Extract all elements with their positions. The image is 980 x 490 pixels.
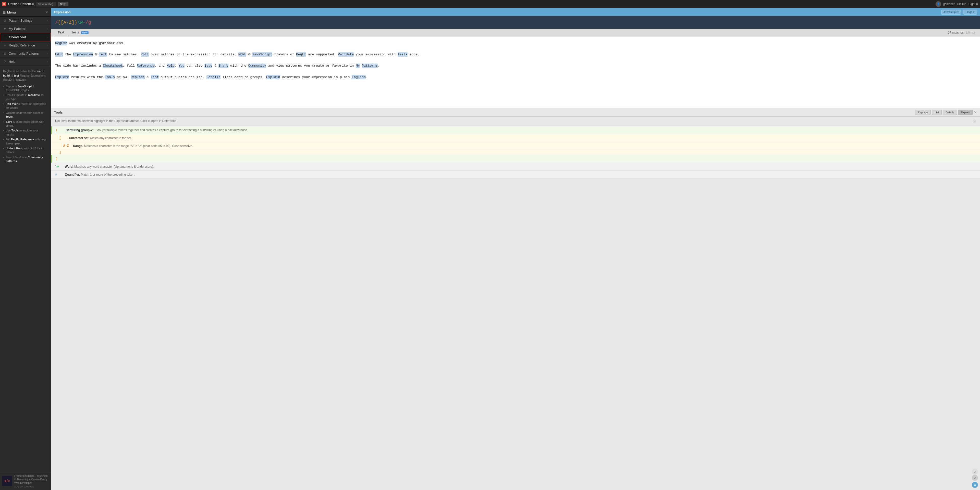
- explain-item-bracket-close: ]: [51, 150, 980, 155]
- token-word: \w: [55, 165, 63, 169]
- cheatsheet-icon: ☰: [3, 35, 7, 39]
- help-circle-icon[interactable]: ⓘ: [973, 119, 976, 124]
- tab-tests[interactable]: Tests NEW: [68, 29, 92, 36]
- tools-header: Tools Replace List Details Explain ✕: [51, 108, 980, 117]
- username[interactable]: gskinner: [943, 2, 955, 6]
- sidebar-item-cheatsheet[interactable]: ☰ Cheatsheet ›: [0, 33, 51, 41]
- expression-section: Expression JavaScript ▾ Flags ▾ /([A-Z])…: [51, 8, 980, 29]
- ad-label: ADS VIA CARBON: [14, 485, 49, 488]
- explain-item-group-open[interactable]: ( Capturing group #1. Groups multiple to…: [51, 126, 980, 134]
- tools-label: Tools: [54, 110, 63, 115]
- explain-item-word[interactable]: \w Word. Matches any word character (alp…: [51, 163, 980, 171]
- sidebar-item-regex-reference[interactable]: ≡ RegEx Reference ›: [0, 41, 51, 49]
- tools-section: Tools Replace List Details Explain ✕ Rol…: [51, 108, 980, 490]
- token-range: A–Z: [63, 144, 71, 148]
- hamburger-icon: ☰: [3, 11, 6, 14]
- user-avatar: 👤: [935, 1, 941, 7]
- sidebar-item-community-patterns[interactable]: ⊞ Community Patterns ›: [0, 49, 51, 58]
- github-link[interactable]: GitHub: [957, 2, 966, 6]
- new-button[interactable]: New: [58, 2, 68, 6]
- chevron-right-icon: ›: [47, 44, 48, 47]
- token-plus: +: [55, 173, 63, 177]
- token-bracket-open: [: [59, 136, 67, 140]
- details-button[interactable]: Details: [943, 110, 957, 115]
- expand-results-icon[interactable]: ⤢: [972, 475, 978, 481]
- explain-item-group-close: ): [51, 155, 980, 163]
- close-icon[interactable]: ✕: [45, 10, 48, 14]
- app-title: Untitled Pattern #: [8, 2, 34, 6]
- flavor-button[interactable]: JavaScript ▾: [941, 10, 961, 14]
- heart-icon: ♥: [3, 27, 6, 30]
- token-paren-close: ): [56, 157, 64, 161]
- topbar: R Untitled Pattern # Save (ctrl-s) New 👤…: [0, 0, 980, 8]
- sidebar: ☰ Menu ✕ ⚙ Pattern Settings › ♥ My Patte…: [0, 8, 51, 490]
- chevron-right-icon: ›: [47, 27, 48, 30]
- chevron-right-icon: ›: [47, 19, 48, 22]
- expression-label: Expression: [54, 11, 71, 14]
- tests-new-badge: NEW: [81, 31, 89, 34]
- expression-header: Expression JavaScript ▾ Flags ▾: [51, 8, 980, 16]
- ad-section: </> Frontend Masters - Your Path to Beco…: [0, 472, 51, 490]
- explain-section: ( Capturing group #1. Groups multiple to…: [51, 126, 980, 490]
- tools-close-icon[interactable]: ✕: [974, 110, 977, 115]
- sidebar-item-pattern-settings[interactable]: ⚙ Pattern Settings ›: [0, 17, 51, 25]
- ad-text[interactable]: Frontend Masters - Your Path to Becoming…: [14, 474, 49, 485]
- expression-input[interactable]: /([A-Z])\w+/g: [51, 16, 980, 29]
- sign-in-button[interactable]: Sign In: [969, 2, 978, 6]
- ad-thumbnail: </>: [2, 476, 12, 486]
- explain-item-range[interactable]: A–Z Range. Matches a character in the ra…: [51, 142, 980, 150]
- sidebar-header: ☰ Menu ✕: [0, 8, 51, 17]
- text-area[interactable]: RegExr was created by gskinner.com. Edit…: [51, 37, 980, 108]
- explain-item-quantifier[interactable]: + Quantifier. Match 1 or more of the pre…: [51, 171, 980, 179]
- sidebar-footer: RegExr is an online tool to learn, build…: [0, 66, 51, 472]
- token-paren-open: (: [56, 128, 64, 132]
- settings-icon: ⚙: [3, 19, 6, 22]
- right-panel: Expression JavaScript ▾ Flags ▾ /([A-Z])…: [51, 8, 980, 490]
- sidebar-menu-label: ☰ Menu: [3, 11, 16, 14]
- tab-text[interactable]: Text: [54, 29, 68, 36]
- chevron-right-icon: ›: [47, 36, 48, 38]
- flags-button[interactable]: Flags ▾: [963, 10, 977, 14]
- list-button[interactable]: List: [932, 110, 942, 115]
- save-button[interactable]: Save (ctrl-s): [36, 2, 56, 6]
- explain-item-charset[interactable]: [ Character set. Match any character in …: [51, 134, 980, 142]
- settings-results-icon[interactable]: ⚙: [972, 482, 978, 488]
- help-icon: ?: [3, 60, 6, 64]
- expand-icon[interactable]: ⤢: [972, 469, 978, 475]
- community-icon: ⊞: [3, 52, 6, 56]
- user-area: 👤 gskinner GitHub Sign In: [935, 1, 978, 7]
- match-count: 27 matches (1.9ms): [948, 31, 977, 35]
- chevron-right-icon: ›: [47, 60, 48, 63]
- sidebar-item-help[interactable]: ? Help ›: [0, 58, 51, 66]
- chevron-right-icon: ›: [47, 52, 48, 55]
- tools-body: Roll-over elements below to highlight in…: [51, 117, 980, 126]
- main-layout: ☰ Menu ✕ ⚙ Pattern Settings › ♥ My Patte…: [0, 8, 980, 490]
- explain-button[interactable]: Explain: [958, 110, 973, 115]
- token-bracket-close: ]: [59, 151, 67, 154]
- replace-button[interactable]: Replace: [915, 110, 931, 115]
- reference-icon: ≡: [3, 44, 6, 47]
- app-icon: R: [2, 2, 6, 6]
- sidebar-item-my-patterns[interactable]: ♥ My Patterns ›: [0, 25, 51, 33]
- content-tabs: Text Tests NEW 27 matches (1.9ms): [51, 29, 980, 37]
